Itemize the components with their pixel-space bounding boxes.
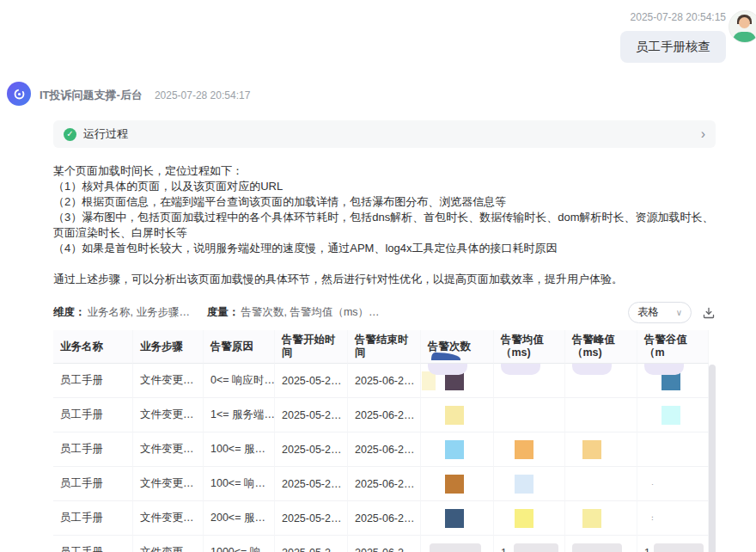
render-artifact — [572, 364, 612, 375]
loading-skeleton — [572, 543, 622, 552]
cell-business-name: 员工手册 — [53, 364, 133, 398]
cell-reason: 100<= 响… — [204, 467, 275, 501]
loading-skeleton — [514, 543, 558, 552]
cell-alarm-valley: 1 — [637, 536, 709, 552]
render-artifact — [501, 364, 540, 375]
avatar-shirt — [733, 32, 756, 42]
download-icon — [702, 306, 716, 320]
cell-alarm-valley — [637, 398, 709, 432]
valley-note: · — [651, 480, 655, 488]
cell-start-time: 2025-05-2… — [275, 398, 348, 432]
process-accordion[interactable]: ✓ 运行过程 › — [53, 120, 716, 148]
bot-name: IT投诉问题支撑-后台 — [40, 88, 143, 103]
col-header-start-time[interactable]: 告警开始时间 — [275, 330, 348, 364]
valley-mark — [662, 406, 680, 425]
paragraph: 某个页面加载时间长，定位过程如下： — [53, 163, 716, 179]
col-header-alarm-peak[interactable]: 告警峰值（ms) — [565, 330, 637, 364]
cell-step: 文件变更… — [133, 501, 204, 536]
cell-end-time: 2025-06-2… — [348, 432, 421, 467]
cell-business-name: 员工手册 — [53, 467, 133, 501]
count-mark — [445, 440, 464, 459]
cell-start-time: 2025-05-2… — [275, 432, 348, 467]
col-header-business-name[interactable]: 业务名称 — [53, 330, 133, 364]
cell-alarm-mean — [494, 364, 565, 398]
cell-start-time: 2025-05-2… — [275, 536, 348, 552]
cell-business-name: 员工手册 — [53, 501, 133, 536]
mean-mark — [515, 440, 533, 459]
cell-end-time: 2025-06-2… — [348, 467, 421, 501]
avatar-face — [739, 17, 750, 28]
cell-alarm-mean — [494, 432, 565, 467]
chat-page: 2025-07-28 20:54:15 员工手册核查 IT投诉问题支撑-后台 2… — [0, 0, 756, 552]
paragraph: 通过上述步骤，可以分析出该页面加载慢的具体环节，然后进行针对性优化，以提高页面加… — [53, 272, 716, 287]
col-header-alarm-count[interactable]: 告警次数 — [421, 330, 494, 364]
cell-step: 文件变更… — [133, 398, 204, 432]
user-message-timestamp: 2025-07-28 20:54:15 — [631, 11, 726, 23]
download-button[interactable] — [702, 306, 716, 320]
check-glyph: ✓ — [66, 130, 73, 138]
loading-skeleton — [654, 543, 704, 552]
cell-alarm-peak — [565, 398, 637, 432]
cell-alarm-count — [421, 501, 494, 536]
count-mark — [445, 475, 464, 494]
table-toolbar: 维度： 业务名称, 业务步骤… 度量： 告警次数, 告警均值（ms）… 表格 ∨ — [53, 301, 716, 324]
view-type-value: 表格 — [637, 305, 659, 320]
table-row[interactable]: 员工手册 文件变更… 200<= 服… 2025-05-2… 2025-06-2… — [53, 501, 716, 536]
peak-mark — [582, 440, 601, 459]
paragraph: （2）根据页面信息，在端到端平台查询该页面的加载详情，包括瀑布图分布、浏览器信息… — [53, 194, 716, 210]
bot-message-body: ✓ 运行过程 › 某个页面加载时间长，定位过程如下： （1）核对具体的页面，以及… — [53, 120, 716, 552]
loading-skeleton — [430, 543, 481, 552]
mean-mark — [515, 475, 533, 494]
peak-mark — [582, 509, 601, 528]
cell-business-name: 员工手册 — [53, 536, 133, 552]
col-header-reason[interactable]: 告警原因 — [204, 330, 275, 364]
peak-mark — [582, 475, 601, 494]
col-header-step[interactable]: 业务步骤 — [133, 330, 204, 364]
valley-mark — [664, 509, 683, 528]
cell-end-time: 2025-06-2… — [348, 536, 421, 552]
cell-start-time: 2025-05-2… — [275, 501, 348, 536]
dimension-value: 业务名称, 业务步骤… — [88, 305, 190, 320]
table-row[interactable]: 员工手册 文件变更… 0<= 响应时… 2025-05-2… 2025-06-2… — [53, 364, 716, 398]
render-artifact — [644, 364, 684, 375]
valley-value: 1 — [644, 547, 650, 552]
cell-start-time: 2025-05-2… — [275, 364, 348, 398]
valley-mark — [662, 440, 680, 459]
paragraph: （4）如果是首包时长较大，说明服务端处理的速度慢，通过APM、log4x工具定位… — [53, 241, 716, 256]
mean-mark — [515, 509, 533, 528]
cell-alarm-count — [421, 364, 494, 398]
mean-value: 1 — [501, 547, 507, 552]
cell-alarm-peak — [565, 364, 637, 398]
cell-alarm-mean: 1 — [494, 536, 565, 552]
cell-alarm-count — [421, 536, 494, 552]
cell-step: 文件变更… — [133, 467, 204, 501]
table-row[interactable]: 员工手册 文件变更… 1<= 服务端… 2025-05-2… 2025-06-2… — [53, 398, 716, 432]
cell-start-time: 2025-05-2… — [275, 467, 348, 501]
cell-step: 文件变更… — [133, 364, 204, 398]
cell-alarm-peak — [565, 467, 637, 501]
col-header-alarm-valley[interactable]: 告警谷值（m — [637, 330, 709, 364]
paragraph: （1）核对具体的页面，以及该页面对应的URL — [53, 179, 716, 194]
col-header-end-time[interactable]: 告警结束时间 — [348, 330, 421, 364]
mean-mark — [515, 406, 533, 425]
table-header-row: 业务名称 业务步骤 告警原因 告警开始时间 告警结束时间 告警次数 告警均值（m… — [53, 330, 716, 364]
user-avatar[interactable] — [729, 10, 756, 43]
cell-business-name: 员工手册 — [53, 432, 133, 467]
table-row[interactable]: 员工手册 文件变更… 1000<= 响… 2025-05-2… 2025-06-… — [53, 536, 716, 552]
chevron-right-icon: › — [701, 127, 705, 141]
table-row[interactable]: 员工手册 文件变更… 100<= 服… 2025-05-2… 2025-06-2… — [53, 432, 716, 467]
cell-step: 文件变更… — [133, 432, 204, 467]
alarm-table: 业务名称 业务步骤 告警原因 告警开始时间 告警结束时间 告警次数 告警均值（m… — [53, 330, 716, 552]
col-header-alarm-mean[interactable]: 告警均值（ms) — [494, 330, 565, 364]
success-check-icon: ✓ — [64, 128, 76, 141]
table-scrollbar[interactable] — [709, 365, 716, 552]
process-label: 运行过程 — [83, 126, 128, 142]
bot-message-text: 某个页面加载时间长，定位过程如下： （1）核对具体的页面，以及该页面对应的URL… — [53, 163, 716, 287]
cell-alarm-count — [421, 467, 494, 501]
cell-alarm-count — [421, 398, 494, 432]
measure-label: 度量： — [207, 305, 240, 320]
view-type-select[interactable]: 表格 ∨ — [628, 302, 692, 323]
cell-alarm-peak — [565, 501, 637, 536]
table-row[interactable]: 员工手册 文件变更… 100<= 响… 2025-05-2… 2025-06-2… — [53, 467, 716, 501]
valley-note: ∶ — [651, 514, 654, 523]
